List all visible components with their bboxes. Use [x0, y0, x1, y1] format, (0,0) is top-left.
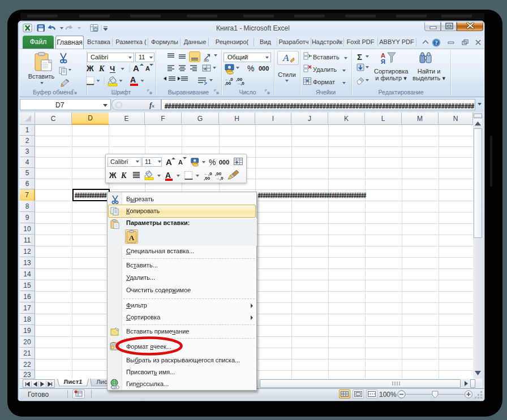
svg-text:%: % [209, 158, 216, 167]
svg-text:Ж: Ж [109, 171, 117, 180]
svg-text:,00: ,00 [204, 176, 210, 181]
svg-text:?: ? [435, 40, 438, 46]
svg-text:А: А [178, 159, 183, 166]
svg-text:А: А [129, 233, 135, 242]
svg-text:А: А [165, 171, 171, 180]
svg-text:→,0: →,0 [215, 176, 224, 181]
svg-text:К: К [121, 171, 127, 180]
svg-text:a: a [235, 159, 238, 164]
svg-text:А: А [166, 157, 172, 167]
svg-text:000: 000 [219, 159, 229, 166]
svg-text:A: A [282, 53, 289, 63]
